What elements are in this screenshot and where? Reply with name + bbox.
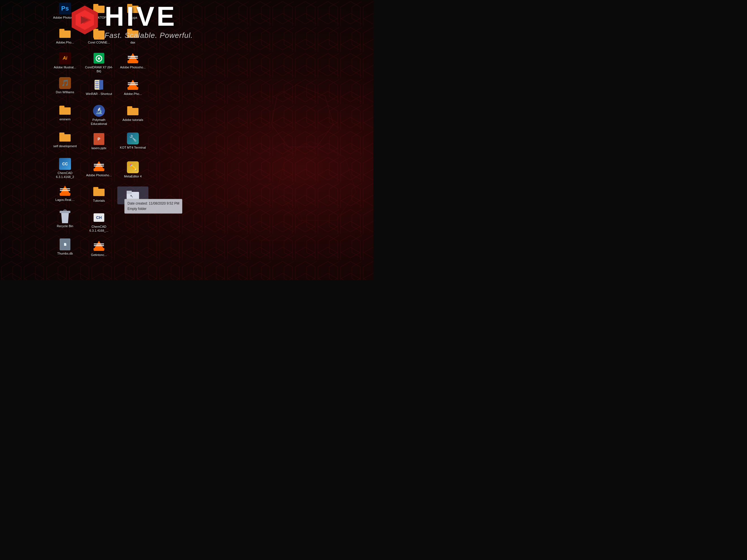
chemcad-icon: CC (59, 158, 71, 170)
icon-label: lasers.pptx (91, 146, 106, 150)
vlc-icon (93, 160, 105, 172)
vlc-icon (127, 52, 139, 64)
folder-icon (59, 131, 71, 143)
recycle-bin-icon (59, 211, 71, 223)
icon-getintonc[interactable]: Getintonc... (83, 237, 114, 259)
hive-branding: HIVE Fast. Scalable. Powerful. (68, 3, 374, 41)
hive-title: HIVE (105, 3, 193, 30)
svg-rect-21 (95, 83, 99, 84)
icon-label: ChemCAD 6.3.1.4168_... (85, 224, 113, 233)
icon-adobe-photosho-col3[interactable]: Adobe Photosho... (117, 50, 148, 72)
vlc-icon-2 (93, 240, 105, 252)
icon-label: eminem (59, 117, 70, 121)
icon-label: Adobe Photosho... (120, 65, 146, 69)
tooltip-line2: Empty folder (127, 206, 179, 212)
illustrator-icon: Ai (59, 52, 71, 64)
icon-label: self development (53, 144, 77, 148)
icon-label: ChemCAD 6.3.1.4168_2 (51, 171, 79, 179)
icon-label: Adobe Illustrat... (54, 65, 76, 69)
vlc-icon (127, 79, 139, 91)
icon-chemcad-1[interactable]: CC ChemCAD 6.3.1.4168_2 (49, 155, 81, 181)
icon-adobe-photosho-vlc[interactable]: Adobe Photosho... (83, 158, 114, 180)
icon-coreldraw[interactable]: CorelDRAW X7 (64-Bit) (83, 50, 114, 76)
icon-label: Tutorials (93, 198, 105, 203)
icon-polymath[interactable]: 🔬 Polymath Educational (83, 102, 114, 128)
tooltip-popup: Date created: 11/08/2020 9:52 PM Empty f… (124, 199, 182, 214)
svg-rect-20 (95, 81, 99, 82)
icon-label: CorelDRAW X7 (64-Bit) (85, 65, 113, 74)
pptx-icon: P (93, 133, 105, 145)
svg-rect-23 (95, 87, 99, 88)
icon-winrar[interactable]: WinRAR - Shortcut (83, 76, 114, 98)
icon-label: Getintonc... (91, 253, 107, 257)
svg-rect-19 (99, 80, 103, 89)
icon-label: WinRAR - Shortcut (86, 92, 112, 96)
icon-label: KOT MT4 Terminal (120, 145, 146, 150)
polymath-icon: 🔬 (93, 105, 105, 117)
icon-label: MetaEditor 4 (124, 174, 141, 178)
icon-label: Adobe Photosho... (86, 173, 112, 177)
hive-logo-icon (68, 4, 102, 41)
icon-lagos-real[interactable]: Lagos.Real.... (49, 182, 81, 204)
svg-point-17 (98, 57, 100, 60)
coreldraw-icon (93, 52, 105, 64)
metaeditor-icon: ✏️ (127, 161, 139, 174)
folder-icon (93, 185, 105, 198)
tooltip-line1: Date created: 11/08/2020 9:52 PM (127, 201, 179, 206)
don-williams-icon: 🎵 (59, 77, 71, 89)
icon-kot-mt4[interactable]: 🔧 KOT MT4 Terminal (117, 130, 148, 152)
icon-adobe-illustrator[interactable]: Ai Adobe Illustrat... (49, 50, 81, 72)
icon-thumbs-db[interactable]: 📄 Thumbs.db (49, 236, 81, 258)
icon-label: Adobe.Pho... (56, 41, 74, 44)
icon-chemcad-2[interactable]: CH ChemCAD 6.3.1.4168_... (83, 209, 114, 235)
icon-label: Corel CONNE... (88, 41, 110, 44)
icon-recycle-bin[interactable]: Recycle Bin (49, 209, 81, 230)
icon-label: Polymath Educational (85, 118, 113, 126)
icon-metaeditor[interactable]: ✏️ MetaEditor 4 (117, 159, 148, 181)
db-file-icon: 📄 (59, 238, 71, 250)
icon-eminem[interactable]: eminem (49, 102, 81, 124)
svg-rect-28 (127, 191, 132, 193)
icon-don-williams[interactable]: 🎵 Don WIlliams (49, 75, 81, 96)
hive-subtitle: Fast. Scalable. Powerful. (105, 31, 193, 40)
icon-tutorials[interactable]: Tutorials (83, 183, 114, 205)
folder-icon (59, 104, 71, 116)
svg-text:CH: CH (96, 215, 102, 220)
winrar-icon (93, 79, 105, 91)
desktop: HIVE Fast. Scalable. Powerful. Ps Adobe … (0, 0, 374, 280)
icon-label: Don WIlliams (56, 90, 74, 94)
icon-label: Adobe tutorials (122, 118, 143, 122)
icon-label: Thumbs.db (57, 251, 73, 256)
hive-text-block: HIVE Fast. Scalable. Powerful. (105, 3, 193, 40)
icon-self-development[interactable]: self development (49, 129, 81, 150)
icon-label: Recycle Bin (57, 224, 73, 228)
icon-label: Adobe.Pho... (124, 92, 142, 96)
chemcad-icon-2: CH (93, 211, 105, 224)
kot-mt4-icon: 🔧 (127, 132, 139, 145)
icon-lasers-pptx[interactable]: P lasers.pptx (83, 131, 114, 152)
vlc-icon (59, 185, 71, 197)
icon-adobe-pho-col3[interactable]: Adobe.Pho... (117, 76, 148, 98)
svg-rect-22 (95, 85, 99, 86)
folder-icon (127, 105, 139, 117)
icon-adobe-tutorials[interactable]: Adobe tutorials (117, 102, 148, 124)
svg-text:↖: ↖ (130, 194, 133, 198)
icon-label: dax (130, 41, 135, 44)
icon-label: Lagos.Real.... (55, 198, 75, 202)
